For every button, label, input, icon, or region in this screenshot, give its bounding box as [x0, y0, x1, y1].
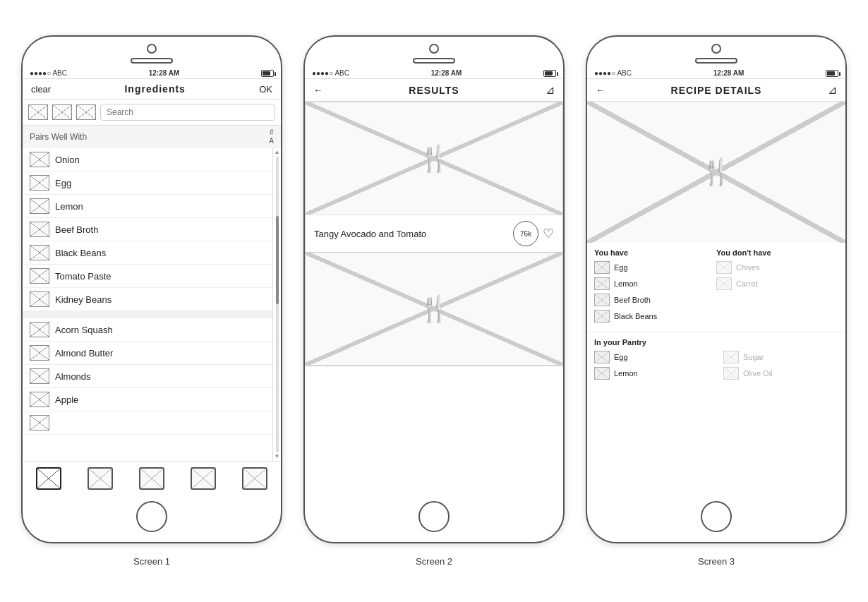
ingredient-img: [30, 198, 49, 214]
status-time-3: 12:28 AM: [713, 69, 745, 77]
ingredient-name: Almond Butter: [55, 348, 113, 359]
home-button-3[interactable]: [701, 501, 732, 532]
home-button-2[interactable]: [418, 501, 450, 532]
ingredient-name: Kidney Beans: [55, 294, 111, 305]
nav-bar-2: ← RESULTS ⊿: [305, 79, 563, 102]
recipe-meta-1: 76k ♡: [513, 221, 554, 246]
search-img-2: [52, 104, 72, 120]
tab-3[interactable]: [139, 467, 164, 490]
recipe-image-1: 🍴: [306, 102, 562, 215]
ingredient-name: Lemon: [55, 201, 83, 212]
ingredient-img: [30, 368, 49, 384]
screen-1-wrapper: ●●●●○ ABC 12:28 AM clear Ingredients OK: [21, 35, 282, 567]
recipe-card-1[interactable]: 🍴 Tangy Avocado and Tomato 76k ♡: [305, 102, 563, 253]
list-item[interactable]: Onion: [23, 148, 272, 171]
ingredient-columns: You have Egg Lemon Beef Broth: [587, 243, 845, 332]
camera-1: [147, 44, 157, 54]
nav-bar-1: clear Ingredients OK: [23, 79, 281, 100]
search-bar-1: [23, 100, 281, 126]
ingredient-name: Beef Broth: [614, 296, 651, 304]
ingredient-item: Sugar: [723, 351, 838, 363]
filter-icon-3[interactable]: ⊿: [828, 83, 837, 97]
recipe-footer-1: Tangy Avocado and Tomato 76k ♡: [306, 215, 562, 252]
back-button-2[interactable]: ←: [313, 85, 323, 95]
tab-2[interactable]: [88, 467, 113, 490]
home-button-1[interactable]: [136, 501, 167, 532]
you-dont-have-header: You don't have: [716, 248, 838, 257]
ingredient-img: [30, 175, 49, 191]
list-item[interactable]: Tomato Paste: [23, 265, 272, 288]
screen-2-label: Screen 2: [416, 556, 452, 567]
ingredient-name: Olive Oil: [743, 369, 773, 378]
list-item[interactable]: Lemon: [23, 195, 272, 218]
pantry-row: Egg Lemon Sugar: [594, 351, 838, 383]
fork-knife-icon-2: 🍴: [418, 294, 450, 324]
ingredient-img: [30, 268, 49, 284]
status-time-1: 12:28 AM: [149, 69, 180, 77]
pantry-header: In your Pantry: [594, 338, 838, 347]
screen-3-label: Screen 3: [698, 556, 735, 567]
list-item[interactable]: Black Beans: [23, 241, 272, 265]
phone-3: ●●●●○ ABC 12:28 AM ← RECIPE DETAILS ⊿ 🍴: [586, 35, 847, 543]
ingredient-name: Egg: [55, 178, 71, 188]
ingredient-img: [30, 322, 49, 337]
scroll-thumb: [276, 216, 279, 305]
ingredient-name: Apple: [55, 395, 78, 405]
screen-2-content: 🍴 Tangy Avocado and Tomato 76k ♡ 🍴: [305, 102, 563, 494]
ingredient-img: [594, 294, 610, 306]
list-item[interactable]: [23, 411, 272, 435]
status-battery-1: [261, 70, 274, 77]
list-item[interactable]: Apple: [23, 388, 272, 411]
clear-button[interactable]: clear: [31, 84, 51, 95]
pantry-left-col: Egg Lemon: [594, 351, 709, 383]
search-input[interactable]: [100, 104, 275, 121]
ingredient-img: [594, 277, 610, 290]
nav-title-2: RESULTS: [409, 85, 459, 96]
you-have-col: You have Egg Lemon Beef Broth: [594, 248, 716, 326]
ingredient-name: Black Beans: [55, 248, 106, 258]
list-item[interactable]: Beef Broth: [23, 218, 272, 241]
status-carrier-2: ●●●●○ ABC: [312, 69, 349, 77]
status-bar-1: ●●●●○ ABC 12:28 AM: [23, 68, 281, 79]
list-item[interactable]: Acorn Squash: [23, 318, 272, 342]
ingredient-item: Lemon: [594, 277, 716, 290]
scrollbar[interactable]: ▲ ▼: [272, 148, 281, 461]
you-have-header: You have: [594, 248, 716, 257]
tab-1[interactable]: [36, 467, 61, 490]
list-item[interactable]: Kidney Beans: [23, 288, 272, 311]
status-bar-2: ●●●●○ ABC 12:28 AM: [305, 68, 563, 79]
ingredient-img: [716, 261, 732, 274]
recipe-image-2: 🍴: [306, 253, 562, 366]
list-item[interactable]: Almond Butter: [23, 342, 272, 365]
heart-icon-1[interactable]: ♡: [543, 226, 554, 241]
ingredient-name: Almonds: [55, 371, 91, 382]
status-battery-3: [826, 70, 838, 77]
tab-4[interactable]: [191, 467, 216, 490]
ok-button[interactable]: OK: [259, 84, 272, 95]
ingredient-img: [30, 222, 49, 237]
ingredient-img: [594, 310, 610, 323]
nav-title-3: RECIPE DETAILS: [671, 85, 762, 96]
ingredient-img: [30, 152, 49, 167]
pairs-section-label: Pairs Well With: [30, 132, 87, 142]
list-item[interactable]: Almonds: [23, 365, 272, 388]
recipe-card-2[interactable]: 🍴: [305, 253, 563, 366]
ingredient-name: Egg: [614, 263, 628, 272]
ingredient-name: Lemon: [614, 279, 638, 288]
screen-1-content: Pairs Well With # A Onion: [23, 100, 281, 494]
fork-knife-icon-1: 🍴: [418, 144, 450, 174]
recipe-name-1: Tangy Avocado and Tomato: [314, 229, 426, 239]
filter-icon-2[interactable]: ⊿: [545, 83, 555, 97]
phone-3-top: [587, 37, 845, 68]
list-item[interactable]: Egg: [23, 171, 272, 195]
list-area-1: Onion Egg Lemon Beef Broth: [23, 148, 281, 461]
back-button-3[interactable]: ←: [596, 85, 605, 95]
screen-1-label: Screen 1: [133, 556, 170, 567]
tab-5[interactable]: [242, 467, 267, 490]
screen-3-wrapper: ●●●●○ ABC 12:28 AM ← RECIPE DETAILS ⊿ 🍴: [586, 35, 847, 567]
camera-3: [711, 44, 721, 54]
ingredient-name: Lemon: [614, 369, 638, 378]
status-carrier-3: ●●●●○ ABC: [594, 69, 632, 77]
status-battery-2: [543, 70, 556, 77]
status-carrier-1: ●●●●○ ABC: [30, 69, 67, 77]
